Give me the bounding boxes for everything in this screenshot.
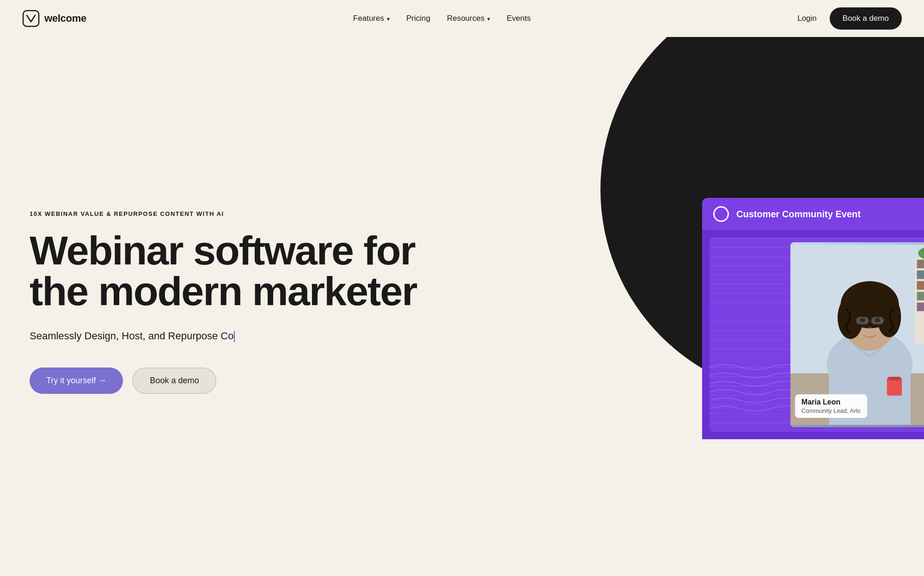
nav-center: Features ▾ Pricing Resources ▾ Events [353, 14, 531, 23]
webinar-video-area: Maria Leon Community Lead, Arlo [702, 230, 924, 439]
webinar-video-inner: Maria Leon Community Lead, Arlo [710, 238, 924, 432]
svg-rect-9 [917, 303, 924, 312]
try-it-yourself-button[interactable]: Try it yourself → [30, 368, 123, 394]
svg-rect-7 [917, 281, 924, 290]
nav-book-demo-button[interactable]: Book a demo [830, 7, 902, 30]
presenter-name: Maria Leon [802, 398, 861, 406]
svg-rect-0 [23, 11, 39, 26]
chevron-down-icon: ▾ [387, 16, 390, 22]
hero-section: 10X WEBINAR VALUE & REPURPOSE CONTENT WI… [0, 37, 924, 576]
hero-visual: Customer Community Event [480, 37, 924, 576]
text-cursor [234, 331, 235, 342]
webinar-ui-mockup: Customer Community Event [702, 198, 924, 439]
nav-right: Login Book a demo [797, 7, 902, 30]
logo-text: welcome [44, 12, 86, 25]
presenter-video-card: Maria Leon Community Lead, Arlo [790, 242, 924, 427]
nav-pricing[interactable]: Pricing [406, 14, 430, 23]
hero-buttons: Try it yourself → Book a demo [30, 368, 451, 394]
login-link[interactable]: Login [797, 14, 817, 23]
nav-features[interactable]: Features ▾ [353, 14, 390, 23]
hero-subtitle: Seamlessly Design, Host, and Repurpose C… [30, 328, 270, 343]
book-demo-button[interactable]: Book a demo [132, 368, 216, 394]
svg-rect-5 [917, 260, 924, 269]
presenter-title: Community Lead, Arlo [802, 407, 861, 414]
svg-point-26 [859, 318, 865, 322]
svg-point-27 [875, 318, 881, 322]
navbar: welcome Features ▾ Pricing Resources ▾ E… [0, 0, 924, 37]
chevron-down-icon: ▾ [487, 16, 490, 22]
logo-icon [22, 10, 40, 27]
webinar-topbar: Customer Community Event [702, 198, 924, 230]
hero-title: Webinar software for the modern marketer [30, 230, 451, 312]
nav-resources[interactable]: Resources ▾ [447, 14, 490, 23]
hero-eyebrow: 10X WEBINAR VALUE & REPURPOSE CONTENT WI… [30, 210, 451, 217]
svg-rect-8 [917, 292, 924, 300]
svg-rect-29 [888, 377, 900, 380]
hero-content: 10X WEBINAR VALUE & REPURPOSE CONTENT WI… [0, 37, 480, 576]
presenter-name-badge: Maria Leon Community Lead, Arlo [795, 394, 867, 418]
record-button-icon [713, 206, 729, 222]
webinar-event-title: Customer Community Event [736, 209, 861, 220]
svg-rect-6 [917, 270, 924, 279]
logo-link[interactable]: welcome [22, 10, 86, 27]
nav-events[interactable]: Events [507, 14, 531, 23]
svg-rect-28 [887, 378, 901, 396]
